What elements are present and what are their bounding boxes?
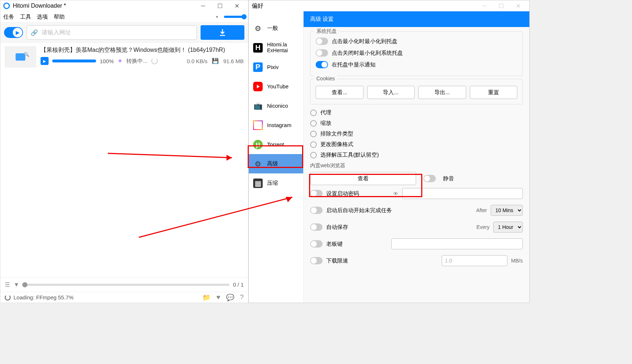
cookies-export-button[interactable]: 导出... — [418, 86, 466, 99]
url-input-wrap: 🔗 — [27, 25, 197, 40]
window-title: Hitomi Downloader * — [13, 3, 66, 9]
bilibili-icon: ▶ — [41, 57, 49, 65]
toggle-resume[interactable] — [310, 207, 323, 214]
play-toggle[interactable]: ▶ — [4, 27, 23, 38]
tray-legend: 系统托盘 — [314, 28, 339, 35]
torrent-icon: μ — [253, 140, 263, 149]
cookies-import-button[interactable]: 导入... — [367, 86, 415, 99]
filter-icon[interactable]: ▼ — [14, 281, 19, 288]
dropdown-icon[interactable]: ▾ — [216, 14, 218, 19]
task-size: 91.6 MB — [223, 58, 244, 64]
cookies-legend: Cookies — [314, 76, 337, 81]
menu-help[interactable]: 帮助 — [54, 14, 65, 20]
radio-format[interactable] — [310, 141, 317, 148]
pref-main: 高级 设置 系统托盘 点击最小化时最小化到托盘 点击关闭时最小化到系统托盘 在托… — [304, 11, 529, 303]
menu-tasks[interactable]: 任务 — [3, 14, 14, 20]
toggle-label: 静音 — [443, 175, 454, 182]
toolbar: ▶ 🔗 — [0, 22, 248, 43]
pixiv-icon: P — [253, 62, 263, 72]
sidebar-label: YouTube — [267, 83, 289, 89]
opt-label: 老板键 — [326, 241, 388, 248]
sidebar-item-torrent[interactable]: μ Torrent — [249, 135, 303, 154]
close-button[interactable]: ✕ — [228, 0, 245, 11]
pref-close-button[interactable]: ✕ — [510, 0, 526, 11]
browser-legend: 内置web浏览器 — [310, 162, 523, 169]
radio-proxy[interactable] — [310, 110, 317, 116]
after-select[interactable]: 10 Mins — [491, 205, 523, 216]
opt-label: 下载限速 — [326, 257, 438, 264]
volume-slider[interactable] — [224, 16, 245, 18]
toggle-label: 点击关闭时最小化到系统托盘 — [332, 50, 403, 57]
url-input[interactable] — [42, 29, 193, 36]
menubar: 任务 工具 选项 帮助 ▾ — [0, 11, 248, 22]
sidebar-item-advanced[interactable]: ⚙ 高级 — [249, 154, 303, 173]
sidebar-label: 压缩 — [267, 180, 278, 187]
task-status: 转换中... — [126, 58, 148, 65]
link-icon: 🔗 — [31, 29, 38, 36]
toggle-close-tray[interactable] — [316, 49, 328, 57]
cookies-reset-button[interactable]: 重置 — [470, 86, 518, 99]
toggle-autosave[interactable] — [310, 223, 323, 231]
sidebar-item-instagram[interactable]: Instagram — [249, 115, 303, 135]
password-input[interactable] — [402, 188, 523, 199]
pref-maximize-button[interactable]: ☐ — [493, 0, 510, 11]
app-logo-icon — [3, 3, 10, 9]
eye-off-icon[interactable]: 👁 — [393, 191, 399, 197]
menu-options[interactable]: 选项 — [37, 14, 48, 20]
sidebar-item-hitomi[interactable]: H Hitomi.la ExHentai — [249, 38, 303, 57]
download-icon — [218, 28, 227, 37]
help-icon[interactable]: ? — [240, 294, 244, 302]
sidebar-label: Instagram — [267, 122, 292, 128]
pref-minimize-button[interactable]: ─ — [476, 0, 493, 11]
hitomi-icon: H — [253, 43, 263, 53]
every-select[interactable]: 1 Hour — [493, 222, 523, 233]
toggle-tray-notify[interactable] — [316, 61, 328, 68]
status-bar: Loading: FFmpeg 55.7% 📁 ♥ 💬 ? — [0, 292, 248, 303]
sparkle-icon: ✦ — [117, 57, 123, 65]
radio-extract[interactable] — [310, 152, 317, 158]
sidebar-label: 一般 — [267, 25, 278, 32]
sidebar-label: Pixiv — [267, 64, 279, 70]
task-speed: 0.0 KB/s — [187, 58, 208, 64]
opt-label: 设置启动密码 — [326, 190, 389, 197]
main-window: Hitomi Downloader * ─ ☐ ✕ 任务 工具 选项 帮助 ▾ … — [0, 0, 248, 303]
toggle-minimize-tray[interactable] — [316, 38, 328, 45]
toggle-limit[interactable] — [310, 257, 323, 264]
radio-label: 更改图像格式 — [320, 141, 353, 148]
pref-window-title: 偏好 — [252, 2, 263, 10]
sidebar-label: Niconico — [267, 103, 288, 109]
cookies-view-button[interactable]: 查看... — [316, 86, 363, 99]
bottom-slider[interactable] — [23, 284, 229, 286]
youtube-icon — [253, 82, 263, 91]
boss-input[interactable] — [391, 238, 523, 249]
progress-bar — [52, 60, 96, 62]
sidebar-item-compress[interactable]: ▦ 压缩 — [249, 173, 303, 193]
every-label: Every — [476, 224, 490, 230]
sidebar-item-pixiv[interactable]: P Pixiv — [249, 57, 303, 77]
download-button[interactable] — [201, 25, 244, 40]
sidebar-item-niconico[interactable]: 📺 Niconico — [249, 96, 303, 115]
radio-label: 排除文件类型 — [320, 130, 353, 137]
minimize-button[interactable]: ─ — [195, 0, 212, 11]
tray-fieldset: 系统托盘 点击最小化时最小化到托盘 点击关闭时最小化到系统托盘 在托盘中显示通知 — [310, 31, 523, 76]
list-icon[interactable]: ☰ — [5, 281, 10, 288]
zip-icon: ▦ — [253, 179, 263, 188]
radio-exclude[interactable] — [310, 131, 317, 137]
bottom-bar: ☰ ▼ 0 / 1 — [0, 277, 248, 292]
menu-tools[interactable]: 工具 — [20, 14, 31, 20]
folder-icon[interactable]: 📁 — [202, 294, 210, 302]
heart-icon[interactable]: ♥ — [216, 294, 220, 302]
maximize-button[interactable]: ☐ — [212, 0, 228, 11]
loading-spinner-icon — [5, 295, 11, 300]
limit-input[interactable] — [442, 255, 507, 266]
after-label: After — [476, 207, 487, 213]
toggle-boss[interactable] — [310, 240, 323, 248]
radio-zoom[interactable] — [310, 120, 317, 127]
sidebar-item-youtube[interactable]: YouTube — [249, 77, 303, 96]
discord-icon[interactable]: 💬 — [226, 294, 234, 302]
browser-view-button[interactable]: 查看 — [310, 172, 416, 185]
toggle-password[interactable] — [310, 190, 323, 197]
toggle-mute[interactable] — [423, 175, 436, 182]
sidebar-item-general[interactable]: ⚙ 一般 — [249, 19, 303, 38]
task-item[interactable]: 🔍 【果核剥壳】羡慕Mac的空格预览？Windows也能做到！ (1b64y19… — [0, 43, 248, 71]
